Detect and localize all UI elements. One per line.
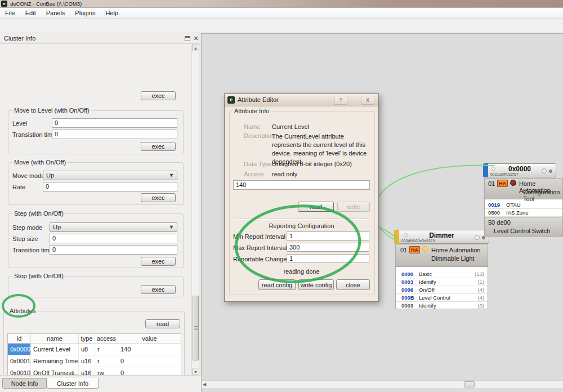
close-window-button[interactable]: X: [361, 96, 374, 105]
exec-button-move-to-level[interactable]: exec: [141, 142, 176, 151]
step-size-label: Step size: [12, 235, 38, 242]
level-label: Level: [12, 120, 27, 127]
exec-button-step[interactable]: exec: [141, 257, 176, 266]
cluster-row[interactable]: 0003Identify(1): [396, 278, 488, 286]
dialog-title: Attribute Editor: [238, 96, 279, 103]
menu-edit[interactable]: Edit: [20, 8, 41, 19]
attribute-name: Current Level: [272, 123, 309, 130]
group-stop-title: Stop (with On/Off): [12, 273, 65, 279]
cluster-row[interactable]: 0000Basic(13): [396, 270, 488, 278]
node-coordinator-body[interactable]: 01 HA Home Automation Configuration Tool…: [484, 178, 563, 237]
node-coordinator-header[interactable]: 0x0000 00212efff022f57: [483, 163, 556, 177]
endpoint-section: 01 HA Home Automation Configuration Tool: [485, 179, 562, 199]
menu-file[interactable]: File: [0, 8, 20, 19]
attribute-datatype: Unsigned 8-bit integer (0x20): [272, 161, 352, 167]
read-attributes-button[interactable]: read: [145, 319, 180, 328]
rate-label: Rate: [12, 184, 25, 190]
status-text: reading done: [225, 268, 378, 275]
group-attributes-title: Attributes: [8, 308, 37, 314]
dock-float-icon[interactable]: [185, 36, 190, 41]
panel-scrollbar[interactable]: ▲ ▼: [191, 44, 199, 375]
attribute-access: read only: [272, 171, 297, 177]
exec-button-stop[interactable]: exec: [141, 285, 176, 294]
reportable-change-input[interactable]: 1: [287, 254, 369, 263]
tab-cluster-info[interactable]: Cluster Info: [47, 378, 99, 389]
transition-time-label: Transition time: [12, 247, 53, 253]
help-button[interactable]: ?: [334, 96, 347, 105]
dock-title: Cluster Info: [0, 33, 201, 44]
attribute-info-title: Attribute Info: [233, 108, 271, 114]
attributes-table-header: id name type access value: [8, 334, 181, 344]
endpoint-id: 50 de00: [488, 219, 511, 226]
read-button[interactable]: read: [298, 202, 334, 212]
app-icon: e: [1, 1, 7, 7]
reporting-configuration-title: Reporting Configuration: [225, 222, 378, 229]
step-size-input[interactable]: 0: [50, 234, 177, 243]
indicator-dot-icon: [475, 235, 480, 240]
close-button[interactable]: close: [336, 279, 370, 290]
max-report-interval-input[interactable]: 300: [287, 243, 369, 252]
scrollbar-thumb[interactable]: [193, 296, 199, 360]
rate-input[interactable]: 0: [43, 182, 177, 191]
separator: [233, 219, 370, 220]
exec-button-top[interactable]: exec: [141, 91, 176, 100]
move-mode-value: Up: [46, 172, 54, 179]
dock-tabbar: Node Info Cluster Info: [0, 375, 201, 392]
scroll-left-icon[interactable]: ◀: [203, 382, 206, 387]
app-icon: e: [227, 96, 235, 104]
step-mode-label: Step mode: [12, 224, 42, 231]
node-coordinator-address: 00212efff022f57: [490, 172, 519, 176]
min-report-interval-input[interactable]: 1: [287, 231, 369, 240]
endpoint-id: 01: [488, 180, 495, 187]
ha-profile-badge: HA: [409, 246, 420, 253]
cluster-row[interactable]: 0006On/Off(4): [396, 286, 488, 294]
cluster-row[interactable]: 0003Identify(0): [396, 302, 488, 310]
col-id[interactable]: id: [8, 334, 31, 343]
device-type: Dimmable Light: [431, 255, 474, 262]
col-value[interactable]: value: [118, 334, 181, 343]
indicator-dot-icon: [549, 170, 552, 173]
menu-help[interactable]: Help: [100, 8, 123, 19]
col-type[interactable]: type: [79, 334, 95, 343]
node-dimmer-address: 000d6f000e3d9379: [401, 239, 435, 243]
cluster-row[interactable]: 000BLevel Control(4): [396, 294, 488, 302]
transistion-time-label: Transistion time: [12, 131, 56, 138]
level-input[interactable]: 0: [52, 118, 177, 128]
exec-button-move[interactable]: exec: [141, 193, 176, 202]
menu-plugins[interactable]: Plugins: [70, 8, 100, 19]
name-label: Name: [244, 123, 260, 130]
chevron-down-icon: ▼: [169, 171, 174, 180]
node-dimmer-header[interactable]: Dimmer 000d6f000e3d9379: [394, 230, 489, 244]
lightbulb-icon: [422, 246, 428, 252]
cluster-info-panel: exec Move to Level (with On/Off) Level 0…: [0, 44, 191, 375]
write-button[interactable]: write: [337, 202, 370, 212]
transistion-time-input[interactable]: 0: [52, 130, 177, 139]
col-name[interactable]: name: [31, 334, 79, 343]
attribute-value-input[interactable]: 140: [233, 180, 370, 190]
canvas-hscrollbar[interactable]: ◀: [202, 380, 563, 388]
col-access[interactable]: access: [95, 334, 118, 343]
group-step-title: Step (with On/Off): [12, 210, 65, 217]
hscrollbar-thumb[interactable]: [464, 381, 475, 387]
datatype-label: Data Type: [244, 161, 272, 167]
attribute-editor-dialog[interactable]: e Attribute Editor ? X Attribute Info Na…: [224, 93, 379, 302]
description-label: Description: [244, 132, 275, 139]
cluster-row[interactable]: 0019OTAU: [485, 201, 562, 209]
move-mode-select[interactable]: Up ▼: [43, 171, 177, 180]
group-move-title: Move (with On/Off): [12, 159, 68, 166]
table-row[interactable]: 0x0001 Remaining Time u16 r 0: [8, 355, 181, 367]
device-type: Configuration Tool: [523, 189, 562, 202]
transition-time-input[interactable]: 0: [50, 245, 177, 255]
window-title: deCONZ - ConBee (\\.\COM3): [10, 1, 82, 7]
read-config-button[interactable]: read config: [258, 279, 296, 290]
title-bar: e deCONZ - ConBee (\\.\COM3): [0, 0, 563, 8]
menu-panels[interactable]: Panels: [41, 8, 70, 19]
write-config-button[interactable]: write config: [298, 279, 334, 290]
dialog-title-bar[interactable]: e Attribute Editor ? X: [225, 94, 378, 106]
step-mode-select[interactable]: Up ▼: [50, 222, 177, 232]
table-row[interactable]: 0x0000 Current Level u8 r 140: [8, 344, 181, 355]
cluster-row[interactable]: 0500IAS Zone: [485, 209, 562, 217]
node-dimmer-body[interactable]: 01 HA Home Automation Dimmable Light 000…: [395, 244, 488, 309]
tab-node-info[interactable]: Node Info: [2, 378, 47, 389]
attr-id-selected[interactable]: 0x0000: [8, 344, 31, 355]
